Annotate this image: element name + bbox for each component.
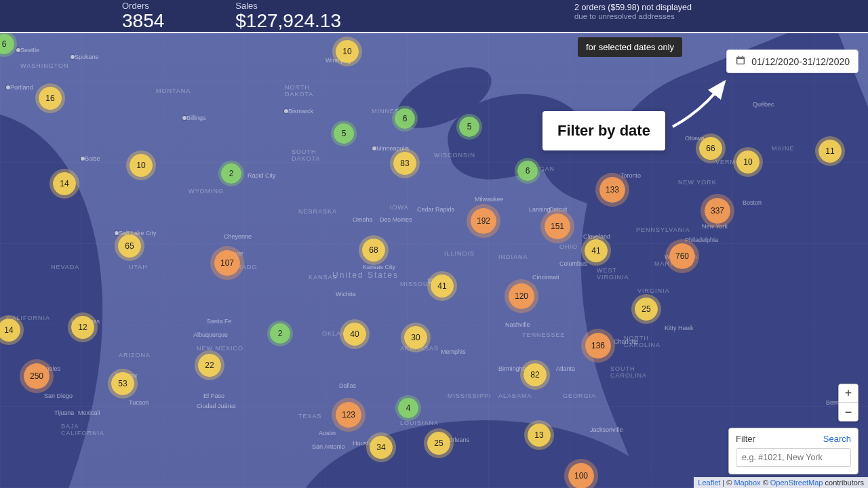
- calendar-icon: [735, 55, 746, 68]
- city-label: Kansas City: [363, 264, 395, 270]
- cluster-marker[interactable]: 41: [585, 239, 608, 262]
- cluster-marker[interactable]: 30: [404, 326, 427, 349]
- city-dot: [16, 48, 20, 52]
- city-label: Tucson: [129, 399, 149, 406]
- city-label: Nashville: [505, 321, 530, 328]
- city-label: Minneapolis: [376, 145, 409, 152]
- cluster-marker[interactable]: 10: [736, 150, 760, 174]
- cluster-marker[interactable]: 16: [39, 87, 62, 110]
- state-label: WASHINGTON: [20, 62, 69, 69]
- city-label: Ciudad Juárez: [197, 403, 236, 409]
- city-label: Lansing: [529, 206, 551, 213]
- cluster-marker[interactable]: 133: [599, 177, 625, 203]
- cluster-marker[interactable]: 34: [370, 436, 393, 459]
- search-link[interactable]: Search: [823, 434, 851, 444]
- state-label: ILLINOIS: [444, 250, 475, 257]
- cluster-marker[interactable]: 53: [111, 372, 134, 395]
- cluster-marker[interactable]: 83: [393, 152, 416, 175]
- date-range-picker[interactable]: 01/12/2020-31/12/2020: [726, 49, 859, 73]
- city-label: Bismarck: [288, 108, 313, 115]
- city-dot: [71, 55, 75, 59]
- cluster-marker[interactable]: 120: [509, 283, 534, 309]
- state-label: ALABAMA: [498, 392, 532, 399]
- state-label: ARIZONA: [119, 352, 151, 359]
- city-label: Seattle: [20, 47, 39, 54]
- map-attribution: Leaflet | © Mapbox © OpenStreetMap contr…: [694, 477, 868, 488]
- city-label: Santa Fe: [207, 318, 232, 325]
- top-stats-bar: Orders 3854 Sales $127,924.13 2 orders (…: [0, 0, 868, 33]
- warning-line1: 2 orders ($59.98) not displayed: [574, 3, 692, 12]
- leaflet-link[interactable]: Leaflet: [698, 479, 720, 487]
- cluster-marker[interactable]: 2: [270, 323, 290, 344]
- cluster-marker[interactable]: 100: [568, 463, 594, 488]
- city-label: Memphis: [441, 348, 466, 355]
- search-input[interactable]: [736, 448, 851, 467]
- city-label: Albuquerque: [193, 331, 228, 338]
- cluster-marker[interactable]: 123: [336, 402, 361, 428]
- state-label: UTAH: [129, 264, 148, 270]
- cluster-marker[interactable]: 6: [0, 34, 14, 54]
- city-label: Portland: [10, 84, 33, 91]
- state-label: KANSAS: [309, 274, 338, 281]
- cluster-marker[interactable]: 6: [517, 161, 538, 181]
- cluster-marker[interactable]: 4: [398, 398, 418, 418]
- cluster-marker[interactable]: 12: [71, 316, 94, 339]
- state-label: NORTH DAKOTA: [285, 84, 313, 98]
- city-label: San Antonio: [312, 443, 345, 450]
- warning-line2: due to unresolved addresses: [574, 12, 692, 20]
- orders-label: Orders: [122, 1, 164, 11]
- city-label: Cedar Rapids: [417, 206, 454, 213]
- cluster-marker[interactable]: 2: [221, 163, 241, 184]
- cluster-marker[interactable]: 5: [459, 117, 479, 137]
- cluster-marker[interactable]: 14: [53, 172, 76, 195]
- cluster-marker[interactable]: 151: [545, 214, 570, 239]
- cluster-marker[interactable]: 250: [24, 363, 50, 389]
- cluster-marker[interactable]: 11: [818, 140, 842, 163]
- cluster-marker[interactable]: 337: [705, 198, 730, 224]
- cluster-marker[interactable]: 10: [336, 40, 359, 63]
- city-label: Boise: [85, 155, 100, 162]
- orders-metric: Orders 3854: [122, 1, 164, 31]
- cluster-marker[interactable]: 65: [118, 235, 141, 258]
- city-dot: [182, 116, 186, 120]
- cluster-marker[interactable]: 6: [395, 108, 415, 129]
- city-label: Omaha: [353, 216, 373, 223]
- osm-link[interactable]: OpenStreetMap: [770, 479, 823, 487]
- cluster-marker[interactable]: 82: [524, 363, 547, 386]
- cluster-marker[interactable]: 136: [585, 333, 611, 359]
- cluster-marker[interactable]: 22: [198, 354, 221, 377]
- cluster-marker[interactable]: 25: [635, 298, 658, 321]
- city-label: Cheyenne: [224, 233, 252, 240]
- cluster-marker[interactable]: 68: [362, 239, 385, 262]
- city-label: Atlanta: [556, 365, 575, 372]
- state-label: NEW MEXICO: [197, 345, 243, 352]
- city-label: Billings: [186, 115, 206, 121]
- city-label: Wichita: [336, 291, 356, 298]
- zoom-in-button[interactable]: +: [839, 384, 858, 403]
- city-label: Dallas: [339, 382, 356, 389]
- filter-by-date-callout: Filter by date: [542, 111, 665, 150]
- city-label: Milwaukee: [475, 196, 504, 203]
- cluster-marker[interactable]: 5: [334, 123, 354, 144]
- zoom-out-button[interactable]: −: [839, 403, 858, 421]
- city-dot: [6, 85, 10, 89]
- filter-label: Filter: [736, 434, 755, 444]
- city-dot: [115, 231, 119, 235]
- cluster-marker[interactable]: 13: [528, 424, 551, 447]
- cluster-marker[interactable]: 40: [343, 323, 366, 346]
- cluster-marker[interactable]: 760: [669, 243, 695, 269]
- cluster-marker[interactable]: 41: [431, 274, 454, 298]
- country-label: United States: [332, 270, 399, 280]
- date-tooltip: for selected dates only: [578, 37, 682, 57]
- cluster-marker[interactable]: 25: [427, 432, 450, 455]
- city-label: Detroit: [549, 206, 568, 213]
- city-dot: [81, 157, 85, 161]
- city-label: Cincinnati: [532, 274, 559, 281]
- cluster-marker[interactable]: 107: [214, 250, 240, 276]
- cluster-marker[interactable]: 66: [699, 137, 722, 160]
- date-range-value: 01/12/2020-31/12/2020: [751, 56, 850, 67]
- map-canvas[interactable]: United States for selected dates only 01…: [0, 33, 868, 488]
- cluster-marker[interactable]: 192: [471, 208, 496, 234]
- mapbox-link[interactable]: Mapbox: [734, 479, 760, 487]
- cluster-marker[interactable]: 10: [130, 154, 153, 177]
